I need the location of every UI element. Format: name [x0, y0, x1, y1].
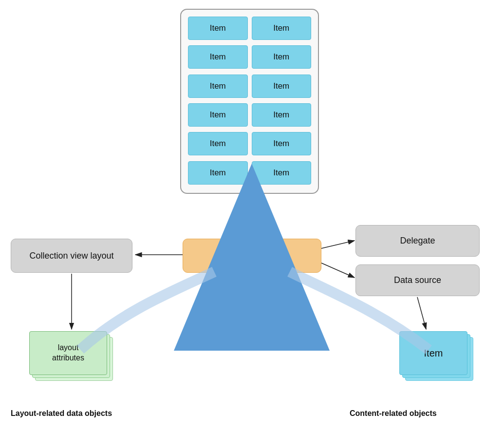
grid-item-5: Item: [188, 75, 248, 98]
grid-item-1: Item: [188, 17, 248, 40]
layout-node: Collection view layout: [11, 239, 132, 273]
diagram-container: Item Item Item Item Item Item Item Item …: [0, 0, 504, 432]
layout-attributes-stack: layoutattributes: [29, 331, 112, 385]
grid-item-11: Item: [188, 161, 248, 185]
grid-item-12: Item: [252, 161, 312, 185]
grid-item-3: Item: [188, 45, 248, 69]
grid-item-6: Item: [252, 75, 312, 98]
footer-right-label: Content-related objects: [350, 409, 437, 418]
delegate-node: Delegate: [355, 225, 480, 257]
arrow-datasource-to-item: [417, 297, 426, 329]
arrow-to-datasource: [321, 263, 355, 278]
item-stack: Item: [399, 331, 472, 385]
grid-item-4: Item: [252, 45, 312, 69]
grid-item-8: Item: [252, 103, 312, 127]
collection-view-node: Collection view: [183, 239, 321, 273]
datasource-node: Data source: [355, 264, 480, 296]
grid-item-9: Item: [188, 132, 248, 155]
collection-view-grid: Item Item Item Item Item Item Item Item …: [180, 9, 319, 194]
stack-card-front: layoutattributes: [29, 331, 107, 375]
grid-item-10: Item: [252, 132, 312, 155]
grid-item-2: Item: [252, 17, 312, 40]
footer-left-label: Layout-related data objects: [11, 409, 112, 418]
arrow-to-delegate: [321, 241, 355, 248]
item-card-front: Item: [399, 331, 467, 375]
grid-item-7: Item: [188, 103, 248, 127]
